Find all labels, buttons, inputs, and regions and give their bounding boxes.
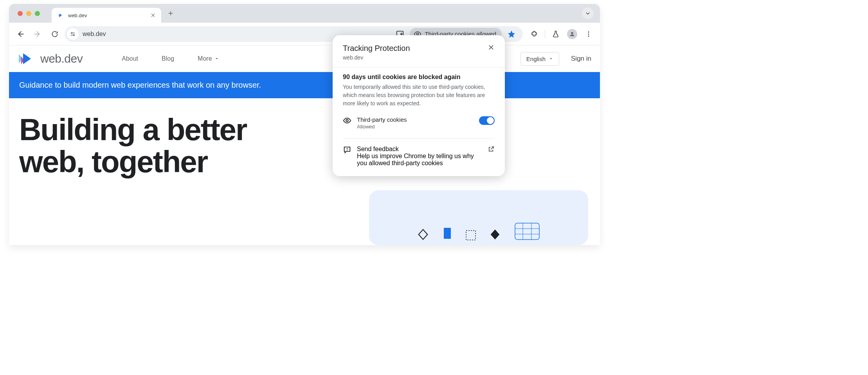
sign-in-link[interactable]: Sign in xyxy=(571,55,591,63)
chrome-menu-button[interactable] xyxy=(581,27,596,41)
site-header: web.dev About Blog More English Sign in xyxy=(9,45,600,72)
close-window-button[interactable] xyxy=(18,11,23,16)
svg-point-1 xyxy=(73,34,74,36)
feedback-icon xyxy=(343,146,351,154)
page-content: web.dev About Blog More English Sign in … xyxy=(9,45,600,245)
svg-point-7 xyxy=(588,35,589,36)
nav-more[interactable]: More xyxy=(198,55,219,62)
svg-point-0 xyxy=(71,32,72,33)
toggle-knob xyxy=(487,117,494,124)
svg-point-6 xyxy=(588,33,589,34)
svg-rect-9 xyxy=(466,231,475,240)
popup-divider xyxy=(343,138,495,139)
site-brand[interactable]: web.dev xyxy=(18,52,83,66)
webdev-logo-icon xyxy=(18,52,36,66)
popup-site: web.dev xyxy=(343,54,410,61)
tabs-dropdown-button[interactable] xyxy=(582,7,594,19)
bookmark-button[interactable] xyxy=(505,27,518,41)
svg-rect-10 xyxy=(515,223,539,240)
eye-icon xyxy=(343,116,351,125)
popup-divider xyxy=(333,67,505,67)
window-controls xyxy=(18,11,40,16)
toolbar-right xyxy=(527,27,596,41)
site-header-right: English Sign in xyxy=(520,52,591,66)
tab-strip: web.dev xyxy=(9,4,600,23)
site-banner: Guidance to build modern web experiences… xyxy=(9,72,600,98)
popup-body: You temporarily allowed this site to use… xyxy=(343,83,495,108)
svg-point-11 xyxy=(346,119,348,122)
profile-button[interactable] xyxy=(565,27,580,41)
caret-down-icon xyxy=(549,56,553,61)
reload-button[interactable] xyxy=(47,27,62,41)
popup-heading: 90 days until cookies are blocked again xyxy=(343,74,495,81)
svg-point-3 xyxy=(417,33,419,35)
cookie-status: Allowed xyxy=(357,124,474,130)
diamond-solid-icon xyxy=(488,228,502,241)
browser-tab[interactable]: web.dev xyxy=(52,8,161,23)
svg-point-4 xyxy=(571,32,573,34)
nav-about[interactable]: About xyxy=(122,55,138,62)
maximize-window-button[interactable] xyxy=(35,11,40,16)
popup-close-button[interactable] xyxy=(488,44,495,51)
minimize-window-button[interactable] xyxy=(26,11,31,16)
grid-icon xyxy=(513,222,541,241)
new-tab-button[interactable] xyxy=(165,8,176,19)
tab-close-button[interactable] xyxy=(150,13,156,18)
cookie-toggle-row: Third-party cookies Allowed xyxy=(343,116,495,130)
nav-blog[interactable]: Blog xyxy=(162,55,174,62)
feedback-title: Send feedback xyxy=(357,146,482,153)
feedback-body: Help us improve Chrome by telling us why… xyxy=(357,153,482,167)
blue-block-icon xyxy=(441,225,453,241)
diamond-outline-icon xyxy=(416,228,430,241)
open-external-icon xyxy=(488,146,495,153)
labs-button[interactable] xyxy=(548,27,563,41)
svg-point-12 xyxy=(347,150,348,151)
svg-rect-8 xyxy=(444,228,451,239)
banner-text: Guidance to build modern web experiences… xyxy=(19,81,261,89)
language-selector[interactable]: English xyxy=(520,52,559,66)
hero-illustration xyxy=(369,190,588,245)
webdev-favicon-icon xyxy=(57,12,64,19)
toolbar: web.dev Third-party cookies allowed xyxy=(9,23,600,45)
cookie-toggle[interactable] xyxy=(479,116,495,125)
back-button[interactable] xyxy=(13,27,28,41)
caret-down-icon xyxy=(214,56,219,61)
tracking-protection-popup: Tracking Protection web.dev 90 days unti… xyxy=(333,35,505,176)
popup-title: Tracking Protection xyxy=(343,44,410,53)
site-settings-button[interactable] xyxy=(67,28,79,40)
toolbar-divider xyxy=(545,30,545,38)
brand-name: web.dev xyxy=(40,52,83,65)
browser-window: web.dev web.dev xyxy=(9,4,600,245)
avatar-icon xyxy=(567,29,577,39)
site-nav: About Blog More xyxy=(122,55,219,62)
extensions-button[interactable] xyxy=(527,27,542,41)
tab-title: web.dev xyxy=(68,13,87,18)
cookie-label: Third-party cookies xyxy=(357,116,474,123)
hero: Building a better web, together xyxy=(9,98,600,178)
send-feedback-row[interactable]: Send feedback Help us improve Chrome by … xyxy=(343,146,495,167)
svg-point-5 xyxy=(588,31,589,32)
dashed-box-icon xyxy=(465,229,477,241)
forward-button[interactable] xyxy=(30,27,45,41)
